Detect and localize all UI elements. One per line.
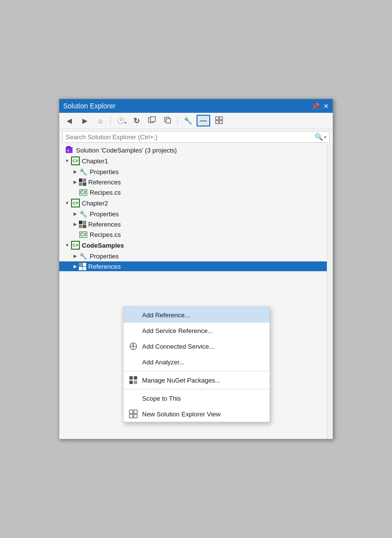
chapter2-csharp-icon: C#	[71, 199, 80, 207]
history-dropdown-arrow: ▾	[124, 121, 126, 125]
history-button[interactable]: 🕐 ▾	[114, 115, 127, 127]
copy-icon	[164, 116, 172, 126]
chapter2-label: Chapter2	[82, 200, 108, 207]
scope-to-this-label: Scope to This	[142, 395, 181, 402]
collapse-icon: —	[200, 117, 207, 125]
ch2-recipes-item[interactable]: ▶ C# Recipes.cs	[59, 229, 333, 240]
svg-rect-19	[129, 410, 133, 413]
refresh-icon: ↻	[133, 116, 140, 126]
add-reference-label: Add Reference...	[142, 311, 190, 319]
history-icon: 🕐	[117, 117, 124, 124]
svg-rect-3	[166, 119, 171, 123]
copy-to-button[interactable]	[145, 115, 159, 127]
ch1-recipes-item[interactable]: ▶ C# Recipes.cs	[59, 187, 333, 198]
codesamples-label: CodeSamples	[82, 242, 124, 249]
wrench-icon: 🔧	[184, 117, 192, 125]
ch1-properties-expand: ▶	[71, 168, 79, 176]
solution-explorer-title: Solution Explorer	[63, 102, 116, 110]
ch1-references-item[interactable]: ▶ References	[59, 177, 333, 187]
chapter2-item[interactable]: ▼ C# Chapter2	[59, 198, 333, 208]
ch1-references-icon	[79, 179, 86, 186]
nuget-icon	[128, 375, 138, 385]
collapse-button[interactable]: —	[196, 115, 210, 127]
ch1-properties-icon: 🔧	[79, 167, 88, 176]
ch2-references-item[interactable]: ▶ References	[59, 219, 333, 229]
cs-references-label: References	[88, 263, 121, 270]
svg-rect-7	[220, 121, 222, 124]
ch2-recipes-icon: C#	[79, 230, 88, 239]
cs-properties-item[interactable]: ▶ 🔧 Properties	[59, 251, 333, 261]
ch1-properties-label: Properties	[90, 168, 119, 176]
cs-properties-label: Properties	[90, 253, 119, 260]
add-reference-menu-item[interactable]: Add Reference...	[123, 307, 270, 323]
svg-text:+: +	[132, 343, 134, 346]
title-bar-controls: 📌 ✕	[312, 102, 329, 110]
new-view-button[interactable]	[212, 115, 226, 127]
ch2-references-label: References	[88, 221, 121, 228]
manage-nuget-menu-item[interactable]: Manage NuGet Packages...	[123, 372, 270, 388]
svg-rect-15	[129, 376, 133, 380]
tree-area: S Solution 'CodeSamples' (3 projects) ▼ …	[59, 145, 333, 439]
svg-rect-1	[150, 117, 155, 122]
svg-rect-4	[216, 117, 219, 120]
add-reference-icon	[128, 310, 138, 320]
refresh-button[interactable]: ↻	[129, 115, 143, 127]
chapter1-expand-arrow: ▼	[63, 157, 71, 165]
context-menu-sep-1	[123, 371, 270, 371]
scope-to-this-menu-item[interactable]: Scope to This	[123, 390, 270, 406]
search-bar: 🔍 ▾	[62, 131, 330, 143]
add-analyzer-label: Add Analyzer...	[142, 359, 185, 366]
chapter2-expand-arrow: ▼	[63, 199, 71, 207]
svg-text:S: S	[67, 149, 69, 152]
ch2-properties-icon: 🔧	[79, 209, 88, 218]
home-button[interactable]: ⌂	[94, 115, 107, 127]
add-connected-service-icon: +	[128, 341, 138, 351]
svg-rect-9	[67, 146, 71, 148]
new-solution-view-menu-item[interactable]: New Solution Explorer View	[123, 406, 270, 422]
copy-button[interactable]	[161, 115, 174, 127]
codesamples-csharp-icon: C#	[71, 241, 80, 250]
add-service-reference-icon	[128, 326, 138, 335]
solution-root-item[interactable]: S Solution 'CodeSamples' (3 projects)	[59, 145, 333, 155]
properties-button[interactable]: 🔧	[181, 115, 195, 127]
context-menu: Add Reference... Add Service Reference..…	[123, 307, 270, 422]
toolbar-sep-2	[177, 116, 178, 126]
ch2-references-expand: ▶	[71, 220, 79, 228]
pin-icon[interactable]: 📌	[312, 102, 319, 110]
ch2-properties-expand: ▶	[71, 210, 79, 218]
ch2-properties-item[interactable]: ▶ 🔧 Properties	[59, 208, 333, 219]
cs-properties-expand: ▶	[71, 252, 79, 260]
back-button[interactable]: ◀	[62, 115, 76, 127]
home-icon: ⌂	[98, 117, 102, 125]
search-input[interactable]	[66, 133, 315, 141]
add-connected-service-menu-item[interactable]: + Add Connected Service...	[123, 338, 270, 354]
ch1-recipes-label: Recipes.cs	[90, 189, 121, 196]
cs-references-item[interactable]: ▶ References	[59, 261, 333, 271]
cs-references-expand: ▶	[71, 262, 79, 270]
context-menu-sep-2	[123, 389, 270, 389]
codesamples-expand-arrow: ▼	[63, 241, 71, 249]
search-dropdown-arrow[interactable]: ▾	[324, 134, 326, 140]
chapter1-item[interactable]: ▼ C# Chapter1	[59, 155, 333, 166]
ch1-references-expand: ▶	[71, 178, 79, 186]
title-bar-left: Solution Explorer	[63, 102, 116, 110]
codesamples-item[interactable]: ▼ C# CodeSamples	[59, 240, 333, 251]
close-icon[interactable]: ✕	[323, 102, 329, 110]
forward-button[interactable]: ▶	[78, 115, 92, 127]
add-analyzer-icon	[128, 357, 138, 367]
ch2-recipes-label: Recipes.cs	[90, 231, 121, 238]
solution-explorer-window: Solution Explorer 📌 ✕ ◀ ▶ ⌂ 🕐 ▾ ↻	[59, 99, 333, 439]
svg-rect-5	[220, 117, 222, 120]
solution-icon: S	[65, 146, 74, 154]
scrollbar[interactable]	[327, 145, 333, 439]
add-connected-service-label: Add Connected Service...	[142, 343, 214, 350]
ch1-properties-item[interactable]: ▶ 🔧 Properties	[59, 166, 333, 177]
toolbar: ◀ ▶ ⌂ 🕐 ▾ ↻	[59, 113, 333, 129]
new-view-icon	[215, 116, 223, 126]
solution-label: Solution 'CodeSamples' (3 projects)	[76, 147, 177, 154]
cs-properties-icon: 🔧	[79, 252, 88, 260]
ch1-recipes-icon: C#	[79, 188, 88, 197]
add-service-reference-menu-item[interactable]: Add Service Reference...	[123, 323, 270, 338]
add-analyzer-menu-item[interactable]: Add Analyzer...	[123, 354, 270, 370]
new-solution-view-icon	[128, 409, 138, 419]
